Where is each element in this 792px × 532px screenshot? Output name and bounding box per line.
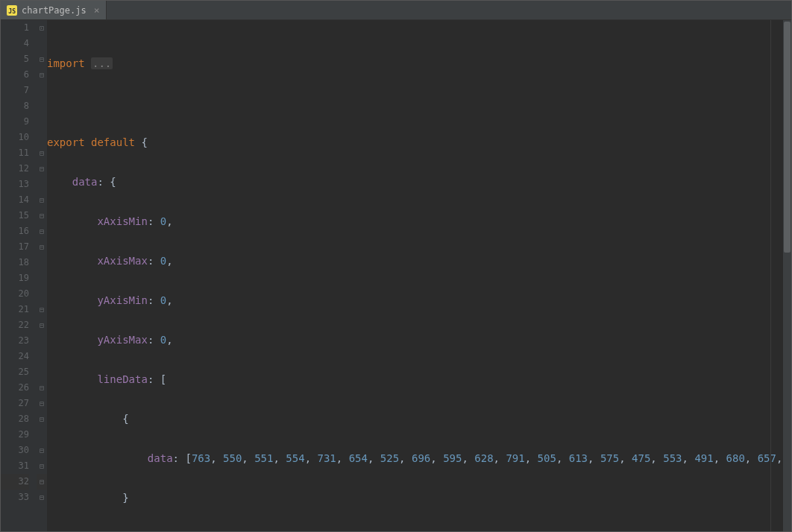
line-number: 13	[1, 177, 29, 192]
line-number: 14	[1, 192, 29, 208]
fold-expanded-icon[interactable]: ⊟	[37, 302, 47, 317]
close-icon[interactable]: ×	[94, 4, 100, 16]
fold-expanded-icon[interactable]: ⊟	[37, 443, 47, 458]
fold-column[interactable]: ⊡⊟⊟⊟⊟⊟⊟⊟⊟⊟⊟⊟⊟⊟⊟⊟⊟⊟	[37, 20, 47, 531]
line-number: 26	[1, 380, 29, 396]
tab-filename: chartPage.js	[22, 5, 87, 16]
code-editor[interactable]: 1456789101112131415161718192021222324252…	[1, 20, 791, 531]
fold-expanded-icon[interactable]: ⊟	[37, 411, 47, 427]
line-number: 1	[1, 20, 29, 36]
line-number: 29	[1, 427, 29, 443]
file-tab[interactable]: JS chartPage.js ×	[1, 1, 107, 19]
fold-expanded-icon[interactable]: ⊟	[37, 317, 47, 333]
code-line: lineData: [	[47, 372, 791, 387]
code-line: data: [763, 550, 551, 554, 731, 654, 525…	[47, 451, 791, 466]
line-number: 30	[1, 443, 29, 458]
fold-expanded-icon[interactable]: ⊟	[37, 145, 47, 161]
line-number: 16	[1, 224, 29, 239]
code-line: }	[47, 490, 791, 506]
line-number: 32	[1, 474, 29, 490]
line-number: 10	[1, 130, 29, 145]
line-number: 21	[1, 302, 29, 317]
line-number: 23	[1, 333, 29, 349]
fold-expanded-icon[interactable]: ⊟	[37, 161, 47, 177]
code-line: export default {	[47, 135, 791, 151]
code-line: ],	[47, 530, 791, 531]
code-line: yAxisMin: 0,	[47, 293, 791, 308]
line-number: 5	[1, 51, 29, 67]
code-line: data: {	[47, 174, 791, 190]
folded-region[interactable]: ...	[91, 57, 113, 69]
line-number: 8	[1, 98, 29, 114]
line-number: 33	[1, 490, 29, 505]
line-number: 31	[1, 458, 29, 474]
fold-expanded-icon[interactable]: ⊟	[37, 51, 47, 67]
code-area[interactable]: import ... export default { data: { xAxi…	[47, 20, 791, 531]
line-number-gutter: 1456789101112131415161718192021222324252…	[1, 20, 37, 531]
line-number: 6	[1, 67, 29, 83]
line-number: 11	[1, 145, 29, 161]
line-number: 20	[1, 286, 29, 302]
fold-expanded-icon[interactable]: ⊟	[37, 490, 47, 505]
fold-expanded-icon[interactable]: ⊟	[37, 67, 47, 83]
line-number: 17	[1, 239, 29, 255]
line-number: 9	[1, 114, 29, 130]
right-margin-line	[770, 20, 771, 531]
js-file-icon: JS	[7, 5, 17, 16]
line-number: 19	[1, 270, 29, 286]
fold-expanded-icon[interactable]: ⊟	[37, 224, 47, 239]
line-number: 12	[1, 161, 29, 177]
vertical-scrollbar[interactable]	[783, 20, 791, 531]
line-number: 25	[1, 364, 29, 380]
fold-expanded-icon[interactable]: ⊟	[37, 239, 47, 255]
fold-expanded-icon[interactable]: ⊟	[37, 458, 47, 474]
line-number: 22	[1, 317, 29, 333]
code-line: {	[47, 411, 791, 427]
line-number: 24	[1, 349, 29, 364]
fold-expanded-icon[interactable]: ⊟	[37, 380, 47, 396]
fold-expanded-icon[interactable]: ⊟	[37, 192, 47, 208]
line-number: 4	[1, 36, 29, 51]
line-number: 18	[1, 255, 29, 270]
line-number: 27	[1, 396, 29, 411]
scrollbar-thumb[interactable]	[784, 22, 791, 253]
line-number: 28	[1, 411, 29, 427]
line-number: 15	[1, 208, 29, 224]
tab-bar: JS chartPage.js ×	[1, 1, 791, 20]
code-line	[47, 95, 791, 111]
fold-expanded-icon[interactable]: ⊟	[37, 396, 47, 411]
code-line: import ...	[47, 56, 791, 72]
fold-expanded-icon[interactable]: ⊟	[37, 474, 47, 490]
code-line: yAxisMax: 0,	[47, 332, 791, 348]
line-number: 7	[1, 83, 29, 98]
fold-collapsed-icon[interactable]: ⊡	[37, 20, 47, 36]
fold-expanded-icon[interactable]: ⊟	[37, 208, 47, 224]
code-line: xAxisMax: 0,	[47, 253, 791, 269]
code-line: xAxisMin: 0,	[47, 214, 791, 229]
